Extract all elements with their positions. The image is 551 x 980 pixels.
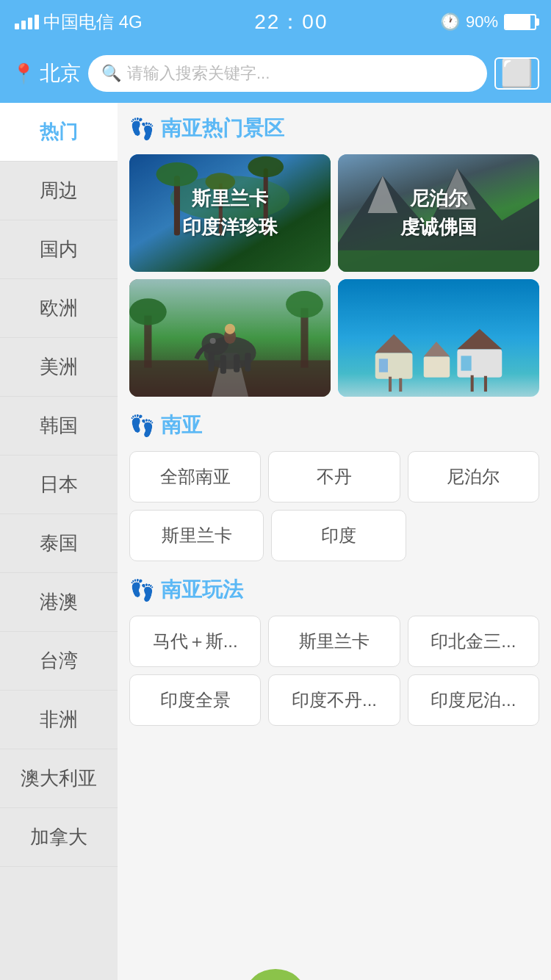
- location-button[interactable]: 📍 北京: [12, 60, 81, 87]
- time-label: 22：00: [254, 8, 328, 36]
- sidebar-item-label: 热门: [40, 119, 78, 145]
- dest-tag-grid-1: 全部南亚 不丹 尼泊尔: [129, 451, 539, 502]
- section1-title-text: 南亚热门景区: [161, 115, 284, 143]
- sidebar-item-taiwan[interactable]: 台湾: [0, 632, 118, 691]
- status-bar: 中国电信 4G 22：00 🕐 90%: [0, 0, 551, 44]
- main-layout: 热门 周边 国内 欧洲 美洲 韩国 日本 泰国 港澳 台湾 非洲: [0, 103, 551, 980]
- status-left: 中国电信 4G: [15, 10, 143, 34]
- sidebar-item-domestic[interactable]: 国内: [0, 220, 118, 279]
- tag-india-bhutan[interactable]: 印度不丹...: [268, 674, 400, 726]
- tag-nepal[interactable]: 尼泊尔: [408, 451, 539, 502]
- play-tag-grid-2: 印度全景 印度不丹... 印度尼泊...: [129, 674, 539, 726]
- nav-yuzouqu[interactable]: 👣 元儿去: [220, 969, 331, 980]
- section1-foot-icon: 👣: [129, 117, 155, 141]
- sidebar-item-japan[interactable]: 日本: [0, 455, 118, 514]
- image-grid: 斯里兰卡 印度洋珍珠: [129, 154, 539, 397]
- sidebar-item-label: 台湾: [40, 648, 78, 674]
- sidebar-item-label: 加拿大: [30, 824, 87, 850]
- sidebar-item-label: 周边: [40, 178, 78, 203]
- img-card-elephant[interactable]: [129, 279, 331, 397]
- tag-all-south-asia[interactable]: 全部南亚: [129, 451, 261, 502]
- carrier-label: 中国电信 4G: [43, 10, 143, 34]
- sidebar-item-label: 澳大利亚: [21, 765, 97, 791]
- tag-label: 斯里兰卡: [299, 630, 370, 653]
- tag-label: 斯里兰卡: [162, 524, 232, 547]
- yuzouqu-icon-wrap: 👣: [246, 969, 305, 980]
- section2-foot-icon: 👣: [129, 414, 155, 438]
- tag-label: 印度全景: [160, 688, 231, 712]
- status-right: 🕐 90%: [440, 12, 536, 32]
- dest-tag-grid-2: 斯里兰卡 印度: [129, 510, 406, 561]
- play-section: 👣 南亚玩法 马代＋斯... 斯里兰卡 印北金三... 印度全景: [129, 576, 539, 726]
- tag-bhutan[interactable]: 不丹: [268, 451, 400, 502]
- sidebar: 热门 周边 国内 欧洲 美洲 韩国 日本 泰国 港澳 台湾 非洲: [0, 103, 118, 980]
- sidebar-item-europe[interactable]: 欧洲: [0, 279, 118, 338]
- dest-section: 👣 南亚 全部南亚 不丹 尼泊尔 斯里兰卡 印度: [129, 411, 539, 561]
- img-card-maldives[interactable]: [338, 279, 539, 397]
- tag-label: 不丹: [317, 465, 352, 489]
- img-overlay-4: [338, 279, 539, 397]
- section1-title: 👣 南亚热门景区: [129, 115, 539, 143]
- clock-icon: 🕐: [440, 12, 460, 32]
- section3-foot-icon: 👣: [129, 578, 155, 602]
- tag-india[interactable]: 印度: [271, 510, 406, 561]
- img-text-nepal: 尼泊尔 虔诚佛国: [400, 184, 477, 242]
- tag-label: 印度: [321, 524, 356, 547]
- section2-title-text: 南亚: [161, 411, 202, 439]
- img-card-srilanka[interactable]: 斯里兰卡 印度洋珍珠: [129, 154, 331, 272]
- sidebar-item-hot[interactable]: 热门: [0, 103, 118, 162]
- scan-icon: ⬜: [500, 58, 533, 88]
- sidebar-item-hkmo[interactable]: 港澳: [0, 573, 118, 632]
- sidebar-item-label: 日本: [40, 472, 78, 497]
- sidebar-item-africa[interactable]: 非洲: [0, 691, 118, 749]
- sidebar-item-america[interactable]: 美洲: [0, 338, 118, 397]
- tag-label: 印度尼泊...: [431, 688, 516, 712]
- location-label: 北京: [40, 60, 81, 87]
- content-area: 👣 南亚热门景区: [118, 103, 551, 980]
- sidebar-item-korea[interactable]: 韩国: [0, 397, 118, 455]
- search-bar: 📍 北京 🔍 请输入搜索关键字... ⬜: [0, 44, 551, 103]
- signal-icon: [15, 15, 39, 29]
- battery-label: 90%: [466, 12, 498, 32]
- sidebar-item-canada[interactable]: 加拿大: [0, 808, 118, 867]
- search-placeholder: 请输入搜索关键字...: [127, 62, 270, 84]
- sidebar-item-label: 港澳: [40, 589, 78, 615]
- search-input-wrap[interactable]: 🔍 请输入搜索关键字...: [88, 55, 487, 92]
- tag-maldives-sri[interactable]: 马代＋斯...: [129, 616, 261, 667]
- battery-icon: [504, 14, 536, 30]
- sidebar-item-nearby[interactable]: 周边: [0, 162, 118, 220]
- scan-button[interactable]: ⬜: [494, 57, 539, 90]
- tag-label: 印北金三...: [431, 630, 516, 653]
- sidebar-item-label: 韩国: [40, 413, 78, 439]
- sidebar-item-label: 欧洲: [40, 295, 78, 321]
- tag-label: 尼泊尔: [447, 465, 500, 489]
- tag-label: 全部南亚: [160, 465, 231, 489]
- sidebar-item-australia[interactable]: 澳大利亚: [0, 749, 118, 808]
- tag-india-nepal[interactable]: 印度尼泊...: [408, 674, 539, 726]
- location-icon: 📍: [12, 62, 35, 85]
- tag-srilanka[interactable]: 斯里兰卡: [129, 510, 264, 561]
- img-card-nepal[interactable]: 尼泊尔 虔诚佛国: [338, 154, 539, 272]
- sidebar-item-label: 国内: [40, 237, 78, 262]
- search-icon: 🔍: [101, 64, 121, 83]
- tag-india-all[interactable]: 印度全景: [129, 674, 261, 726]
- section3-title: 👣 南亚玩法: [129, 576, 539, 604]
- tag-label: 印度不丹...: [292, 688, 377, 712]
- section2-title: 👣 南亚: [129, 411, 539, 439]
- tag-label: 马代＋斯...: [153, 630, 238, 653]
- img-overlay-3: [129, 279, 331, 397]
- tag-india-north[interactable]: 印北金三...: [408, 616, 539, 667]
- play-tag-grid-1: 马代＋斯... 斯里兰卡 印北金三...: [129, 616, 539, 667]
- sidebar-item-thailand[interactable]: 泰国: [0, 514, 118, 573]
- sidebar-item-label: 泰国: [40, 530, 78, 556]
- sidebar-item-label: 非洲: [40, 707, 78, 732]
- img-text-srilanka: 斯里兰卡 印度洋珍珠: [182, 184, 278, 242]
- sidebar-item-label: 美洲: [40, 354, 78, 380]
- tag-srilanka2[interactable]: 斯里兰卡: [268, 616, 400, 667]
- section3-title-text: 南亚玩法: [161, 576, 243, 604]
